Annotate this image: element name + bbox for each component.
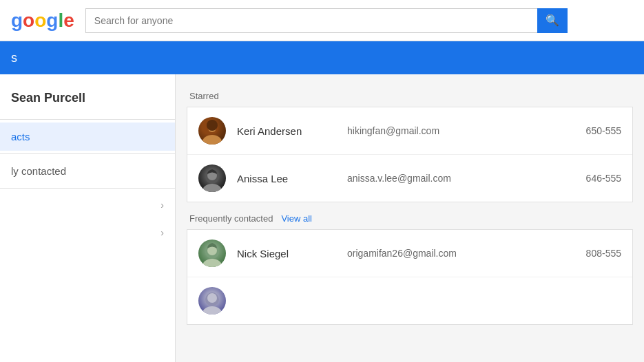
chevron-icon-2: › <box>160 227 164 238</box>
starred-contacts-card: Keri Andersen hikingfan@gmail.com 650-55… <box>187 107 633 202</box>
contact-phone-anissa: 646-555 <box>586 173 621 184</box>
contact-phone-keri: 650-555 <box>586 125 621 136</box>
sidebar-item-4[interactable]: › <box>0 219 175 246</box>
sidebar-item-3[interactable]: › <box>0 191 175 219</box>
svg-point-6 <box>202 184 222 192</box>
logo-letter-e: e <box>63 10 74 31</box>
contact-email-nick: origamifan26@gmail.com <box>347 248 575 259</box>
sidebar-divider-1 <box>0 119 175 120</box>
svg-point-11 <box>207 293 217 303</box>
logo-letter-o2: o <box>34 10 46 31</box>
contact-phone-nick: 808-555 <box>586 248 621 259</box>
frequently-contacted-card: Nick Siegel origamifan26@gmail.com 808-5… <box>187 229 633 325</box>
search-button[interactable]: 🔍 <box>537 8 568 33</box>
contact-name-anissa: Anissa Lee <box>237 173 347 184</box>
frequently-contacted-header: Frequently contacted View all <box>187 205 633 229</box>
nav-title: s <box>11 51 17 65</box>
sidebar-divider-3 <box>0 188 175 189</box>
google-logo: google <box>11 10 74 32</box>
chevron-icon-1: › <box>160 200 164 211</box>
contact-row-nick[interactable]: Nick Siegel origamifan26@gmail.com 808-5… <box>187 230 632 277</box>
contact-email-keri: hikingfan@gmail.com <box>347 125 575 136</box>
contact-row-more[interactable] <box>187 277 632 324</box>
search-bar: 🔍 <box>85 8 568 33</box>
sidebar-item-recently-contacted[interactable]: ly contacted <box>0 157 175 185</box>
contact-row-anissa[interactable]: Anissa Lee anissa.v.lee@gmail.com 646-55… <box>187 155 632 202</box>
contact-name-nick: Nick Siegel <box>237 248 347 259</box>
search-icon: 🔍 <box>546 14 559 27</box>
svg-point-2 <box>202 135 222 145</box>
avatar-more <box>198 287 226 315</box>
avatar-anissa <box>198 164 226 192</box>
frequently-contacted-label: Frequently contacted <box>189 213 273 224</box>
contact-name-keri: Keri Andersen <box>237 125 347 137</box>
svg-point-9 <box>202 259 222 267</box>
search-input[interactable] <box>85 8 537 33</box>
sidebar-item-contacts[interactable]: acts <box>0 123 175 151</box>
avatar-keri <box>198 117 226 145</box>
svg-point-12 <box>202 306 222 315</box>
sidebar-item-contacts-label: acts <box>11 131 30 142</box>
sidebar: Sean Purcell acts ly contacted › › <box>0 74 176 362</box>
starred-section-label: Starred <box>187 85 633 107</box>
sidebar-user-name: Sean Purcell <box>0 85 175 116</box>
contact-row-keri[interactable]: Keri Andersen hikingfan@gmail.com 650-55… <box>187 107 632 155</box>
logo-letter-o1: o <box>23 10 34 31</box>
view-all-link[interactable]: View all <box>281 213 312 224</box>
avatar-nick <box>198 239 226 267</box>
content-area: Starred Keri Andersen hikingfan@gmail.co… <box>176 74 644 362</box>
logo-letter-g: g <box>11 10 23 31</box>
sidebar-item-recently-contacted-label: ly contacted <box>11 165 66 177</box>
header: google 🔍 <box>0 0 644 41</box>
main-content: Sean Purcell acts ly contacted › › Starr… <box>0 74 644 362</box>
contact-email-anissa: anissa.v.lee@gmail.com <box>347 173 575 184</box>
nav-bar: s <box>0 41 644 74</box>
sidebar-divider-2 <box>0 153 175 154</box>
logo-letter-g2: g <box>46 10 58 31</box>
